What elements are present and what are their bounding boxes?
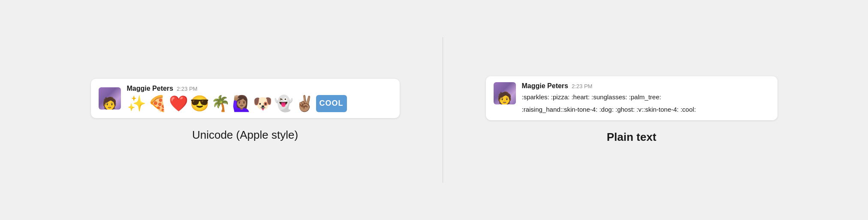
avatar-image: 🧑	[99, 87, 121, 110]
unicode-label: Unicode (Apple style)	[192, 128, 298, 142]
heart-emoji: ❤️	[169, 95, 188, 112]
unicode-demo: 🧑 Maggie Peters 2:23 PM ✨ 🍕 ❤️ 😎 🌴 🙋🏽‍♀️…	[91, 79, 400, 142]
plain-label: Plain text	[607, 131, 657, 144]
sunglasses-emoji: 😎	[190, 95, 209, 112]
plain-text-demo: 🧑 Maggie Peters 2:23 PM :sparkles: :pizz…	[486, 76, 778, 144]
sparkles-emoji: ✨	[127, 95, 146, 112]
plain-message-card: 🧑 Maggie Peters 2:23 PM :sparkles: :pizz…	[486, 76, 778, 120]
username-plain: Maggie Peters	[522, 82, 568, 90]
message-header: Maggie Peters 2:23 PM	[127, 85, 347, 92]
avatar-image-plain: 🧑	[494, 82, 516, 104]
timestamp-plain: 2:23 PM	[572, 83, 592, 89]
ghost-emoji: 👻	[274, 95, 293, 112]
timestamp: 2:23 PM	[177, 86, 197, 92]
divider	[443, 37, 443, 183]
avatar: 🧑	[99, 87, 121, 110]
message-body-plain: Maggie Peters 2:23 PM :sparkles: :pizza:…	[522, 82, 696, 114]
plain-text-line2: :raising_hand::skin-tone-4: :dog: :ghost…	[522, 105, 696, 115]
message-header-plain: Maggie Peters 2:23 PM	[522, 82, 696, 90]
message-body: Maggie Peters 2:23 PM ✨ 🍕 ❤️ 😎 🌴 🙋🏽‍♀️ 🐶…	[127, 85, 347, 112]
cool-button: COOL	[316, 95, 347, 112]
emoji-row: ✨ 🍕 ❤️ 😎 🌴 🙋🏽‍♀️ 🐶 👻 ✌🏽 COOL	[127, 95, 347, 112]
plain-text-line1: :sparkles: :pizza: :heart: :sunglasses: …	[522, 92, 696, 102]
palm-tree-emoji: 🌴	[211, 95, 230, 112]
avatar-plain: 🧑	[494, 82, 516, 104]
username: Maggie Peters	[127, 85, 173, 92]
raising-hand-emoji: 🙋🏽‍♀️	[232, 95, 251, 112]
pizza-emoji: 🍕	[148, 95, 167, 112]
unicode-message-card: 🧑 Maggie Peters 2:23 PM ✨ 🍕 ❤️ 😎 🌴 🙋🏽‍♀️…	[91, 79, 400, 118]
victory-emoji: ✌🏽	[295, 95, 314, 112]
dog-emoji: 🐶	[253, 95, 272, 112]
